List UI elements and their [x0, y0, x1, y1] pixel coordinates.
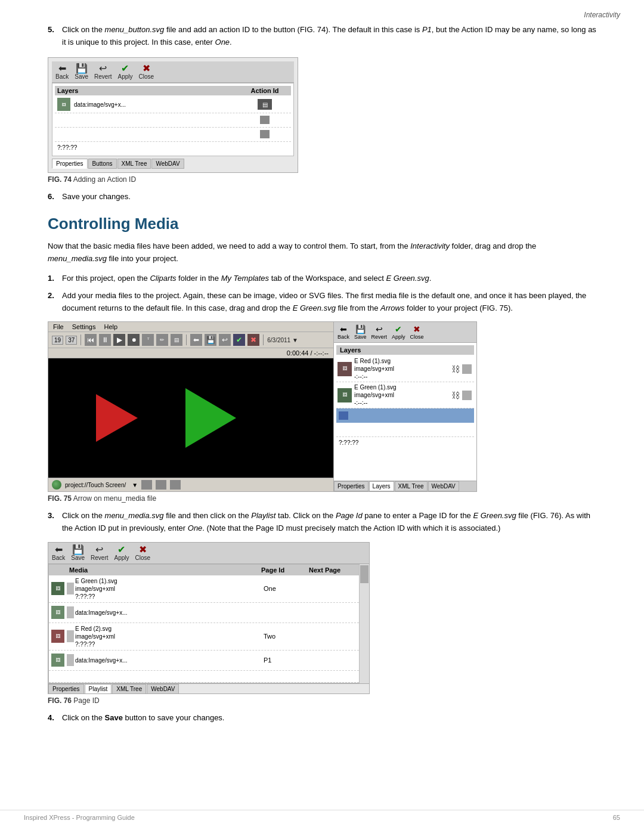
fig76-caption: FIG. 76 Page ID [48, 696, 596, 705]
tab-xml-tree[interactable]: XML Tree [117, 159, 151, 169]
right-save-btn[interactable]: 💾 Save [354, 324, 367, 340]
fig75-layers-header: Layers [336, 345, 474, 355]
fig76-panel: ⬅ Back 💾 Save ↩ Revert ✔ Apply ✖ Clos [48, 542, 370, 694]
toolbar-icon-1[interactable]: ⏮ [85, 334, 97, 346]
tab75-properties[interactable]: Properties [334, 481, 369, 491]
step-5-text: Click on the menu_button.svg file and ad… [62, 24, 596, 49]
toolbar-icon-record[interactable]: ⏺ [128, 334, 140, 346]
fig75-thumb-2: 🖼 [338, 388, 352, 402]
toolbar-icon-2[interactable]: ⏸ [99, 334, 111, 346]
footer-left: Inspired XPress - Programming Guide [24, 814, 135, 821]
save-button[interactable]: 💾 Save [75, 64, 88, 80]
apply-button[interactable]: ✔ Apply [117, 64, 132, 80]
statusbar-icon-2 [156, 480, 166, 490]
fig76-row1-icon[interactable] [67, 583, 74, 594]
fig75-highlight-row [336, 408, 474, 423]
right-back-btn[interactable]: ⬅ Back [338, 324, 349, 340]
toolbar-icon-back[interactable]: ⬅ [190, 334, 202, 346]
red-play-triangle [96, 394, 138, 442]
fig76-scrollbar[interactable] [360, 564, 369, 683]
statusbar-icon-3 [170, 480, 181, 490]
fig76-back-btn[interactable]: ⬅ Back [52, 545, 65, 561]
fig74-tabs: Properties Buttons XML Tree WebDAV [52, 159, 294, 169]
step-5: 5. Click on the menu_button.svg file and… [48, 24, 596, 49]
apply-label: Apply [117, 73, 132, 80]
layer-btn-1[interactable] [462, 364, 472, 374]
fig76-apply-btn[interactable]: ✔ Apply [114, 545, 129, 561]
fig76-row3-icon[interactable] [67, 630, 74, 642]
toolbar-icon-close2[interactable]: ✖ [247, 334, 259, 346]
fig76-revert-btn[interactable]: ↩ Revert [91, 545, 108, 561]
right-revert-btn[interactable]: ↩ Revert [371, 324, 388, 340]
fig76-media-2: 🖼 data:Image/svg+x... [51, 606, 261, 619]
project-url: project://Touch Screen/ [65, 482, 126, 488]
tab75-xml[interactable]: XML Tree [395, 481, 428, 491]
tab75-layers[interactable]: Layers [369, 481, 394, 491]
revert-button[interactable]: ↩ Revert [94, 64, 112, 80]
back-button[interactable]: ⬅ Back [55, 64, 69, 80]
fig75-tabs: Properties Layers XML Tree WebDAV [334, 481, 476, 491]
fig76-media-4: 🖼 data:Image/svg+x... [51, 654, 261, 667]
tab76-webdav[interactable]: WebDAV [147, 684, 179, 693]
action-icon-1: ▤ [258, 99, 272, 110]
fig76-media-info-4: data:Image/svg+x... [75, 657, 128, 664]
right-close-btn[interactable]: ✖ Close [410, 324, 424, 340]
toolbar-icon-6[interactable]: ✏ [156, 334, 168, 346]
fig76-pageid-3[interactable]: Two [261, 633, 309, 640]
tab-properties[interactable]: Properties [52, 159, 88, 169]
fig76-save-icon: 💾 [72, 545, 84, 555]
fig74-caption: FIG. 74 Adding an Action ID [48, 175, 596, 184]
tab76-xml[interactable]: XML Tree [112, 684, 146, 693]
fig75-canvas [48, 358, 333, 478]
url-dropdown[interactable]: ▼ [132, 482, 138, 488]
fig75-timecode-bar: 0:00:44 / -:--:-- [48, 348, 333, 358]
step4-list: 4. Click on the Save button to save your… [48, 712, 596, 724]
col-action-label: Action Id [241, 87, 289, 94]
step3-list: 3. Click on the menu_media.svg file and … [48, 510, 596, 535]
fig76-row4-icon[interactable] [67, 654, 74, 666]
tab75-webdav[interactable]: WebDAV [428, 481, 459, 491]
statusbar-icon-1 [141, 480, 152, 490]
toolbar-icon-7[interactable]: ▤ [171, 334, 182, 346]
fig75-panel: File Settings Help 19 37 ⏮ ⏸ ▶ ⏺ ᵀ ✏ ▤ [48, 321, 477, 492]
toolbar-icon-save2[interactable]: 💾 [205, 334, 216, 346]
close-button[interactable]: ✖ Close [139, 64, 154, 80]
fig74-panel: ⬅ Back 💾 Save ↩ Revert ✔ Apply ✖ Clos [48, 57, 298, 173]
fig76-pageid-4[interactable]: P1 [261, 657, 309, 664]
fig76-row2-icon[interactable] [67, 606, 74, 618]
tab76-playlist[interactable]: Playlist [85, 684, 112, 693]
fig76-row-1: 🖼 E Green (1).svg image/svg+xml ?:??:?? … [49, 575, 359, 603]
right-apply-btn[interactable]: ✔ Apply [392, 324, 405, 340]
fig76-save-btn[interactable]: 💾 Save [71, 545, 85, 561]
fig76-thumb-4: 🖼 [51, 654, 64, 667]
toolbar-icon-revert2[interactable]: ↩ [219, 334, 231, 346]
fig76-close-icon: ✖ [139, 545, 147, 555]
col-pageid-label: Page Id [261, 566, 309, 574]
tab-buttons[interactable]: Buttons [88, 159, 117, 169]
toolbar-icon-apply2[interactable]: ✔ [233, 334, 245, 346]
menu-help[interactable]: Help [104, 323, 117, 330]
toolbar-icon-5[interactable]: ᵀ [142, 334, 154, 346]
save-icon: 💾 [76, 64, 88, 73]
right-back-icon: ⬅ [340, 324, 347, 334]
steps-list: 1. For this project, open the Cliparts f… [48, 272, 596, 314]
link-icon-1: ⛓ [451, 364, 460, 374]
right-close-icon: ✖ [413, 324, 420, 334]
fig76-media-info-2: data:Image/svg+x... [75, 609, 128, 617]
fig74-row-2 [55, 113, 291, 128]
fig74-row2-icon [260, 116, 270, 124]
layer-btn-2[interactable] [462, 391, 472, 400]
fig75-right-toolbar: ⬅ Back 💾 Save ↩ Revert ✔ Apply [334, 322, 476, 343]
menu-file[interactable]: File [53, 323, 64, 330]
controlling-media-body: Now that the basic media files have been… [48, 240, 596, 265]
tab-webdav[interactable]: WebDAV [151, 159, 184, 169]
tab76-properties[interactable]: Properties [48, 684, 84, 693]
fig76-pageid-1[interactable]: One [261, 585, 309, 592]
toolbar-icon-play[interactable]: ▶ [113, 334, 125, 346]
step-cm-2: 2. Add your media files to the project. … [48, 290, 596, 315]
revert-icon: ↩ [99, 64, 107, 73]
fig76-scrollthumb[interactable] [360, 565, 369, 583]
col-nextpage-label: Next Page [309, 566, 357, 574]
fig76-close-btn[interactable]: ✖ Close [135, 545, 151, 561]
menu-settings[interactable]: Settings [72, 323, 96, 330]
